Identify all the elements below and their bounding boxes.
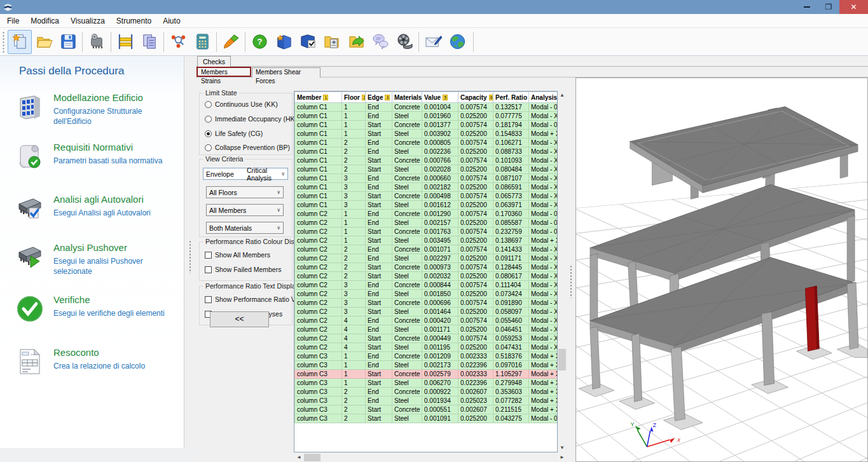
sidebar-item-pushover[interactable]: Analysi Pushover Esegui le analisi Pusho… [15, 242, 174, 276]
table-row[interactable]: column C1 2 Start Concrete 0.000766 0.00… [295, 156, 558, 165]
help-button[interactable]: ? [247, 30, 272, 54]
table-row[interactable]: column C1 2 End Steel 0.002236 0.025200 … [295, 147, 558, 156]
table-row[interactable]: column C3 2 Start Steel 0.001091 0.02520… [295, 414, 558, 423]
paint-brush-button[interactable] [219, 30, 243, 54]
menu-aiuto[interactable]: Aiuto [157, 14, 186, 28]
table-row[interactable]: column C1 3 End Steel 0.002182 0.025200 … [295, 183, 558, 192]
radio-life-safety[interactable]: Life Safety (CG) [205, 130, 263, 137]
animation-reel-button[interactable] [392, 30, 417, 54]
radio-collapse-prevention[interactable]: Collapse Prevention (BP) [205, 144, 290, 151]
column-header[interactable]: Materials4 [392, 92, 422, 103]
table-row[interactable]: column C3 1 End Concrete 0.001209 0.0023… [295, 352, 558, 361]
table-horizontal-scrollbar[interactable]: ◄ ► [294, 453, 567, 462]
table-row[interactable]: column C2 4 End Steel 0.001171 0.025200 … [295, 325, 558, 334]
column-header[interactable]: Perf. Ratio7 [493, 92, 529, 103]
viewport-splitter[interactable] [567, 78, 575, 462]
materials-combo[interactable]: Both Materials ∨ [206, 222, 284, 234]
collapse-panel-button[interactable]: << [210, 311, 269, 327]
scroll-up-icon[interactable]: ▲ [558, 91, 567, 100]
table-row[interactable]: column C1 3 Start Steel 0.001612 0.02520… [295, 201, 558, 210]
table-row[interactable]: column C1 1 Start Steel 0.003902 0.02520… [295, 130, 558, 139]
table-row[interactable]: column C2 1 Start Steel 0.003495 0.02520… [295, 236, 558, 245]
save-button[interactable] [56, 30, 80, 54]
verified-book-button[interactable] [296, 30, 320, 54]
calculator-button[interactable] [190, 30, 214, 54]
web-globe-button[interactable] [445, 30, 469, 54]
table-row[interactable]: column C1 1 End Steel 0.001960 0.025200 … [295, 112, 558, 121]
sidebar-item-autovalori[interactable]: Analisi agli Autovalori Esegui Analisi a… [15, 194, 174, 223]
table-row[interactable]: column C2 3 End Concrete 0.000844 0.0075… [295, 281, 558, 290]
table-row[interactable]: column C2 2 End Steel 0.002297 0.025200 … [295, 254, 558, 263]
new-document-button[interactable] [8, 30, 32, 54]
comments-button[interactable] [368, 30, 392, 54]
tab-checks[interactable]: Checks [197, 56, 231, 67]
sidebar-item-modellazione[interactable]: Modellazione Edificio Configurazione Str… [15, 92, 174, 126]
members-combo[interactable]: All Members ∨ [206, 204, 284, 216]
menu-file[interactable]: File [1, 14, 25, 28]
table-row[interactable]: column C1 2 End Concrete 0.000805 0.0075… [295, 139, 558, 147]
tab-members-strains[interactable]: Members Strains [196, 67, 251, 77]
scrollbar-thumb[interactable] [304, 454, 320, 461]
table-row[interactable]: column C2 4 End Concrete 0.000420 0.0075… [295, 316, 558, 325]
copy-documents-button[interactable] [137, 30, 162, 54]
model-explorer-button[interactable] [166, 30, 190, 54]
minimize-button[interactable] [796, 0, 818, 14]
table-row[interactable]: column C3 2 End Steel 0.001934 0.025023 … [295, 397, 558, 405]
radio-continuous-use[interactable]: Continuous Use (KK) [205, 100, 278, 108]
table-row[interactable]: column C2 4 Start Concrete 0.000449 0.00… [295, 334, 558, 343]
sidebar-item-resoconto[interactable]: Resoconto Crea la relazione di calcolo [15, 347, 174, 376]
column-header[interactable]: Capacity6 [458, 92, 493, 103]
table-row[interactable]: column C2 2 Start Steel 0.002032 0.02520… [295, 272, 558, 281]
scroll-right-icon[interactable]: ► [558, 453, 567, 462]
envelope-combo[interactable]: Envelope Critical Analysis ∨ [203, 168, 288, 180]
radio-immediate-occupancy[interactable]: Immediate Occupancy (HK) [205, 115, 297, 123]
table-row[interactable]: column C3 2 Start Concrete 0.000551 0.00… [295, 405, 558, 414]
table-row[interactable]: column C1 3 End Concrete 0.000660 0.0075… [295, 174, 558, 183]
toolbar-grip[interactable] [2, 31, 5, 53]
column-header[interactable]: Value5 [422, 92, 458, 103]
open-button[interactable] [32, 30, 56, 54]
table-row[interactable]: column C2 1 Start Concrete 0.001763 0.00… [295, 228, 558, 236]
checkbox-show-failed-members[interactable]: Show Failed Members [205, 266, 281, 273]
column-header[interactable]: Floor2 [342, 92, 366, 103]
table-row[interactable]: column C3 1 Start Steel 0.006270 0.02239… [295, 379, 558, 388]
menu-strumento[interactable]: Strumento [111, 14, 157, 28]
table-row[interactable]: column C1 2 Start Steel 0.002028 0.02520… [295, 165, 558, 174]
scroll-down-icon[interactable]: ▼ [558, 444, 567, 452]
close-button[interactable]: ✕ [839, 0, 868, 14]
model-3d-viewport[interactable]: x Y Z [575, 78, 868, 462]
folder-export-button[interactable] [344, 30, 368, 54]
table-row[interactable]: column C3 2 End Concrete 0.000922 0.0026… [295, 388, 558, 397]
manual-book-button[interactable] [272, 30, 296, 54]
table-row[interactable]: column C2 1 End Steel 0.002157 0.025200 … [295, 219, 558, 228]
column-header[interactable]: Member1 [295, 92, 342, 103]
column-header[interactable]: Analysis8 [529, 92, 558, 103]
sidebar-item-requisiti[interactable]: Requisiti Normativi Parametri basati sul… [15, 142, 174, 171]
column-header[interactable]: Edge3 [366, 92, 392, 103]
table-row[interactable]: column C3 1 End Steel 0.002173 0.022396 … [295, 361, 558, 370]
table-row[interactable]: column C1 3 Start Concrete 0.000498 0.00… [295, 192, 558, 201]
table-vertical-scrollbar[interactable]: ▲ ▼ [558, 91, 567, 452]
table-row[interactable]: column C3 1 Start Concrete 0.002579 0.00… [295, 370, 558, 379]
folder-project-button[interactable] [320, 30, 344, 54]
menu-visualizza[interactable]: Visualizza [65, 14, 111, 28]
sidebar-splitter[interactable] [185, 56, 196, 448]
table-row[interactable]: column C2 3 Start Steel 0.001464 0.02520… [295, 308, 558, 316]
table-row[interactable]: column C2 1 End Concrete 0.001290 0.0075… [295, 210, 558, 219]
table-row[interactable]: column C1 1 End Concrete 0.001004 0.0075… [295, 103, 558, 112]
scrollbar-thumb[interactable] [558, 349, 566, 370]
beam-section-button[interactable] [113, 30, 137, 54]
table-row[interactable]: column C2 2 End Concrete 0.001071 0.0075… [295, 245, 558, 254]
scroll-left-icon[interactable]: ◄ [294, 453, 303, 462]
table-row[interactable]: column C1 1 Start Concrete 0.001377 0.00… [295, 121, 558, 130]
table-row[interactable]: column C2 3 End Steel 0.001850 0.025200 … [295, 290, 558, 299]
email-button[interactable] [421, 30, 445, 54]
table-row[interactable]: column C2 3 Start Concrete 0.000696 0.00… [295, 299, 558, 308]
sidebar-item-verifiche[interactable]: Verifiche Esegui le verifiche degli elem… [15, 294, 174, 323]
table-row[interactable]: column C2 4 Start Steel 0.001195 0.02520… [295, 343, 558, 352]
checkbox-show-all-members[interactable]: Show All Members [205, 251, 270, 259]
floors-combo[interactable]: All Floors ∨ [206, 186, 284, 198]
menu-modifica[interactable]: Modifica [25, 14, 65, 28]
tab-members-shear-forces[interactable]: Members Shear Forces [252, 67, 320, 78]
restore-button[interactable]: ❐ [818, 0, 839, 14]
